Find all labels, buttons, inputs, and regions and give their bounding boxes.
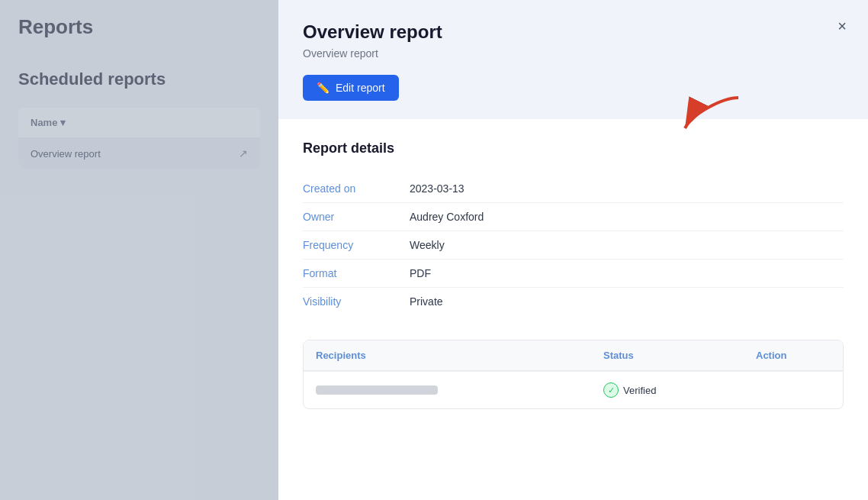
frequency-value: Weekly [410, 231, 844, 259]
recipient-email-cell [304, 372, 591, 408]
arrow-annotation [677, 90, 746, 139]
format-label: Format [303, 260, 410, 287]
modal-body: Report details Created on 2023-03-13 Own… [278, 119, 868, 500]
background-overlay [0, 0, 278, 500]
status-badge: ✓ Verified [603, 382, 656, 398]
edit-report-label: Edit report [336, 82, 385, 94]
status-text: Verified [623, 385, 656, 396]
details-grid: Created on 2023-03-13 Owner Audrey Coxfo… [303, 175, 844, 315]
created-on-label: Created on [303, 175, 410, 202]
recipients-column-header: Recipients [304, 340, 591, 370]
owner-label: Owner [303, 203, 410, 231]
visibility-label: Visibility [303, 288, 410, 315]
action-column-header: Action [744, 340, 843, 370]
recipient-action-cell [744, 372, 843, 408]
format-value: PDF [410, 260, 844, 287]
recipients-table: Recipients Status Action ✓ Verified [303, 340, 844, 409]
modal-header: × Overview report Overview report ✏️ Edi… [278, 0, 868, 119]
modal-subtitle: Overview report [303, 47, 844, 60]
created-on-value: 2023-03-13 [410, 175, 844, 202]
visibility-value: Private [410, 288, 844, 315]
report-detail-modal: × Overview report Overview report ✏️ Edi… [278, 0, 868, 500]
verified-check-icon: ✓ [603, 382, 619, 398]
recipient-row: ✓ Verified [304, 371, 843, 408]
report-details-heading: Report details [303, 140, 844, 156]
owner-value: Audrey Coxford [410, 203, 844, 231]
status-column-header: Status [591, 340, 744, 370]
edit-icon: ✏️ [317, 82, 330, 94]
recipient-status-cell: ✓ Verified [591, 372, 744, 408]
frequency-label: Frequency [303, 231, 410, 259]
recipients-table-header: Recipients Status Action [304, 340, 843, 371]
modal-title: Overview report [303, 21, 844, 43]
close-button[interactable]: × [834, 15, 850, 37]
edit-report-button[interactable]: ✏️ Edit report [303, 75, 399, 101]
email-blur [316, 385, 438, 395]
